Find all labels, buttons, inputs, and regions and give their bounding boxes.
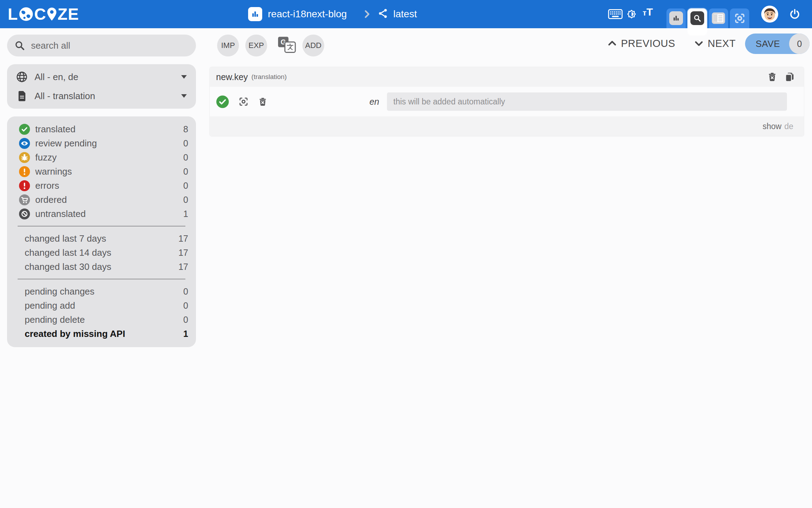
- chevron-right-icon[interactable]: [362, 9, 372, 19]
- pending-filter-list: pending changes0pending add0pending dele…: [7, 284, 196, 341]
- text-size-icon[interactable]: тT: [640, 6, 656, 22]
- filter-count: 17: [178, 262, 188, 272]
- approved-check-icon[interactable]: [216, 95, 229, 108]
- language-dropdown[interactable]: All - en, de: [7, 67, 196, 86]
- filter-count: 17: [178, 234, 188, 244]
- sidebar-filter-fuzzy[interactable]: fuzzy0: [7, 150, 196, 164]
- sidebar-filter-ordered[interactable]: ordered0: [7, 193, 196, 207]
- status-filter-list: translated8review pending0fuzzy0warnings…: [7, 122, 196, 221]
- copy-key-icon[interactable]: [785, 72, 795, 82]
- filter-label: pending changes: [25, 286, 183, 297]
- import-label: IMP: [221, 41, 235, 50]
- translation-value-input[interactable]: [387, 92, 787, 111]
- logo-letter-c: C: [34, 5, 46, 23]
- filter-label: errors: [35, 180, 183, 191]
- sidebar-filter-review-pending[interactable]: review pending0: [7, 136, 196, 150]
- logo-letter-l: L: [8, 5, 18, 23]
- filter-label: fuzzy: [35, 152, 183, 163]
- scope-selectors: All - en, de All - translation: [7, 64, 196, 109]
- logout-power-icon[interactable]: [787, 6, 803, 22]
- focus-tab-icon: [733, 11, 746, 25]
- tab-search[interactable]: [688, 8, 707, 35]
- sidebar-filter-pending-add[interactable]: pending add0: [7, 298, 196, 313]
- language-dropdown-value: All - en, de: [35, 72, 181, 83]
- tab-focus[interactable]: [730, 8, 749, 28]
- export-label: EXP: [248, 41, 264, 50]
- logo-letters-ze: ZE: [57, 5, 79, 23]
- bug-status-icon: [19, 152, 30, 163]
- save-label: SAVE: [745, 38, 789, 49]
- next-label: NEXT: [708, 38, 736, 49]
- tab-dashboard[interactable]: [666, 8, 686, 28]
- save-button[interactable]: SAVE 0: [745, 34, 810, 54]
- key-name: new.key: [216, 72, 248, 82]
- filter-count: 1: [183, 209, 188, 219]
- show-language-link[interactable]: showde: [763, 122, 793, 131]
- previous-button[interactable]: PREVIOUS: [607, 28, 675, 59]
- sidebar-filter-untranslated[interactable]: untranslated1: [7, 207, 196, 221]
- tab-editor[interactable]: [709, 8, 728, 28]
- globe-icon: [16, 71, 28, 83]
- machine-translate-icon[interactable]: G: [277, 36, 297, 55]
- brightness-icon[interactable]: [623, 6, 640, 22]
- filter-label: review pending: [35, 138, 183, 149]
- filter-count: 0: [183, 286, 188, 297]
- focus-key-icon[interactable]: [238, 96, 249, 107]
- project-name[interactable]: react-i18next-blog: [268, 8, 347, 20]
- app-header: L C ZE react-i18next-blog latest: [0, 0, 812, 28]
- pin-logo-icon: [47, 7, 56, 21]
- version-selector[interactable]: latest: [378, 0, 417, 28]
- filter-count: 0: [183, 152, 188, 163]
- filter-count: 0: [183, 195, 188, 205]
- search-icon: [14, 40, 25, 51]
- keyboard-shortcuts-icon[interactable]: [607, 6, 623, 22]
- chevron-up-icon: [607, 38, 617, 49]
- namespace-dropdown[interactable]: All - translation: [7, 86, 196, 105]
- translation-row-en: en: [210, 87, 804, 116]
- namespace-dropdown-value: All - translation: [35, 91, 181, 102]
- check-status-icon: [19, 124, 30, 135]
- filter-label: changed last 14 days: [25, 247, 178, 258]
- sidebar-filter-changed-last-7-days[interactable]: changed last 7 days17: [7, 231, 196, 246]
- sidebar-filter-changed-last-30-days[interactable]: changed last 30 days17: [7, 260, 196, 274]
- sidebar-filter-pending-changes[interactable]: pending changes0: [7, 284, 196, 298]
- filter-label: translated: [35, 124, 183, 135]
- export-button[interactable]: EXP: [245, 35, 267, 56]
- search-tab-icon: [690, 11, 704, 25]
- sidebar-filter-pending-delete[interactable]: pending delete0: [7, 313, 196, 327]
- search-box[interactable]: [7, 35, 196, 56]
- view-tab-group: [666, 0, 749, 28]
- bar-chart-icon: [669, 11, 683, 25]
- sidebar-filter-warnings[interactable]: warnings0: [7, 164, 196, 179]
- language-tag: en: [369, 97, 387, 107]
- sidebar-filter-errors[interactable]: errors0: [7, 179, 196, 193]
- sidebar-filter-created-by-missing-api[interactable]: created by missing API1: [7, 327, 196, 341]
- filter-count: 0: [183, 138, 188, 149]
- sidebar-filter-changed-last-14-days[interactable]: changed last 14 days17: [7, 246, 196, 260]
- chevron-down-icon: [694, 38, 704, 49]
- filter-label: pending delete: [25, 314, 183, 325]
- caret-down-icon: [181, 94, 187, 98]
- project-chart-icon[interactable]: [248, 7, 262, 21]
- save-count-badge: 0: [789, 34, 810, 54]
- filter-count: 0: [183, 301, 188, 311]
- search-input[interactable]: [31, 40, 189, 51]
- delete-key-icon[interactable]: [767, 72, 777, 82]
- filter-count: 0: [183, 315, 188, 325]
- sidebar-filter-translated[interactable]: translated8: [7, 122, 196, 136]
- show-lang-code: de: [784, 122, 793, 131]
- breadcrumb: react-i18next-blog: [248, 0, 372, 28]
- key-card-header: new.key (translation): [210, 67, 804, 87]
- key-card-footer: showde: [210, 116, 804, 136]
- changed-filter-list: changed last 7 days17changed last 14 day…: [7, 231, 196, 274]
- delete-value-icon[interactable]: [258, 97, 267, 107]
- translation-key-card: new.key (translation) en sh: [210, 67, 804, 136]
- user-avatar[interactable]: [761, 6, 778, 23]
- import-button[interactable]: IMP: [217, 35, 239, 56]
- filter-card: translated8review pending0fuzzy0warnings…: [7, 116, 196, 347]
- locize-logo[interactable]: L C ZE: [8, 5, 79, 23]
- add-key-button[interactable]: ADD: [302, 35, 324, 56]
- globe-logo-icon: [19, 7, 33, 22]
- filter-label: warnings: [35, 166, 183, 177]
- blocked-status-icon: [19, 208, 30, 219]
